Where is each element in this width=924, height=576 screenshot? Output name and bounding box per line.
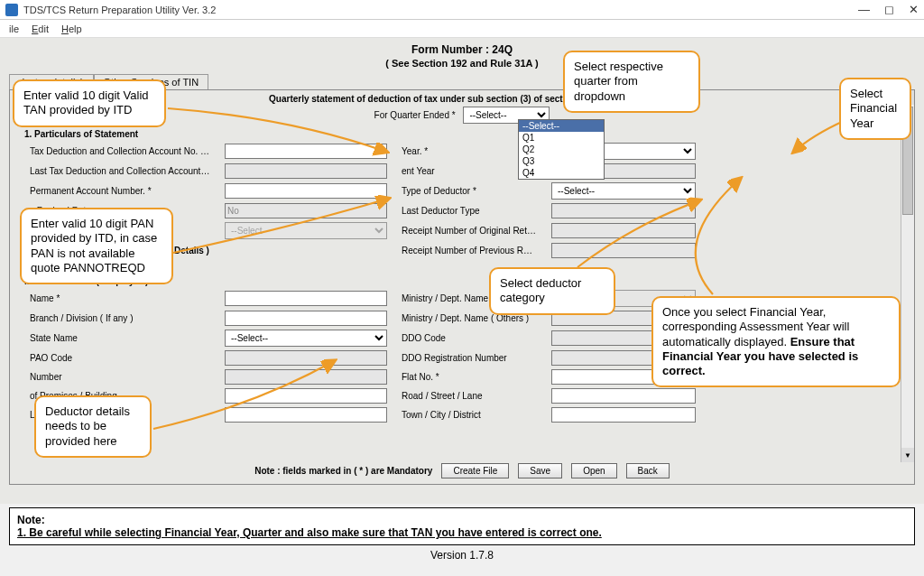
quarter-option-select[interactable]: --Select-- xyxy=(519,120,604,132)
premises-input[interactable] xyxy=(225,388,387,404)
pan-input[interactable] xyxy=(225,183,387,199)
callout-deductor-details: Deductor details needs to be provided he… xyxy=(34,395,152,458)
back-button[interactable]: Back xyxy=(626,463,670,478)
revised-return-input xyxy=(225,203,387,218)
footer-note-box: Note: 1. Be careful while selecting Fina… xyxy=(9,507,915,545)
tan-input[interactable] xyxy=(225,144,387,159)
last-tan-input xyxy=(225,163,387,179)
form-section-heading: ( See Section 192 and Rule 31A ) xyxy=(9,58,915,69)
quarter-dropdown-open[interactable]: --Select-- Q1 Q2 Q3 Q4 xyxy=(518,119,605,180)
maximize-icon[interactable]: ◻ xyxy=(884,3,894,16)
section-1-title: 1. Particulars of Statement xyxy=(24,129,909,139)
menu-file[interactable]: ile xyxy=(9,23,19,34)
town-label: Town / City / District xyxy=(402,410,537,420)
version-label: Version 1.7.8 xyxy=(0,549,924,562)
footer-note-label: Note: xyxy=(17,514,907,526)
ministry-others-label: Ministry / Dept. Name ( Others ) xyxy=(402,313,537,323)
quarter-label: For Quarter Ended * xyxy=(374,110,456,120)
menu-help[interactable]: Help xyxy=(61,23,82,34)
last-deductor-type-label: Last Deductor Type xyxy=(402,206,537,216)
receipt-original-input xyxy=(551,223,696,238)
open-button[interactable]: Open xyxy=(571,463,616,478)
financial-year-label: Year. * xyxy=(402,146,537,156)
number-input xyxy=(225,369,387,385)
callout-tan: Enter valid 10 digit Valid TAN provided … xyxy=(13,79,166,127)
quarter-option-q1[interactable]: Q1 xyxy=(519,132,604,144)
create-file-button[interactable]: Create File xyxy=(441,463,509,478)
window-title: TDS/TCS Return Preparation Utility Ver. … xyxy=(23,5,216,15)
type-deductor-label: Type of Deductor * xyxy=(402,186,537,196)
menubar: ile Edit Help xyxy=(0,20,924,38)
ddo-code-label: DDO Code xyxy=(402,333,537,343)
form-number-heading: Form Number : 24Q xyxy=(9,43,915,56)
last-tan-label: Last Tax Deduction and Collection Accoun… xyxy=(30,166,210,176)
last-deductor-type-input xyxy=(551,203,696,218)
callout-quarter: Select respective quarter from dropdown xyxy=(563,51,700,113)
receipt-previous-label: Receipt Number of Previous Return xyxy=(402,246,537,255)
close-icon[interactable]: ✕ xyxy=(909,3,919,16)
state-label: State Name xyxy=(30,333,210,343)
quarter-option-q4[interactable]: Q4 xyxy=(519,167,604,179)
callout-deductor-category: Select deductor category xyxy=(489,267,615,315)
callout-assessment-year: Once you select Financial Year, correspo… xyxy=(651,296,901,387)
road-label: Road / Street / Lane xyxy=(402,391,537,401)
receipt-previous-input xyxy=(551,243,696,258)
number-label: Number xyxy=(30,372,210,382)
type-deductor-select[interactable]: --Select-- xyxy=(551,182,696,200)
callout-pan: Enter valid 10 digit PAN provided by ITD… xyxy=(20,208,173,284)
tan-label: Tax Deduction and Collection Account No.… xyxy=(30,146,210,156)
quarter-option-q2[interactable]: Q2 xyxy=(519,144,604,155)
pao-code-input xyxy=(225,350,387,366)
deductor-name-label: Name * xyxy=(30,293,210,303)
hidden-select-1: --Select-- xyxy=(225,222,387,239)
window-titlebar: TDS/TCS Return Preparation Utility Ver. … xyxy=(0,0,924,20)
footer-note-text: 1. Be careful while selecting Financial … xyxy=(17,526,907,539)
assessment-year-label: ent Year xyxy=(402,166,537,176)
ddo-reg-label: DDO Registration Number xyxy=(402,353,537,363)
branch-input[interactable] xyxy=(225,311,387,326)
app-logo-icon xyxy=(5,4,18,16)
scroll-down-icon[interactable]: ▼ xyxy=(901,448,914,462)
mandatory-note: Note : fields marked in ( * ) are Mandat… xyxy=(254,466,432,476)
location-input[interactable] xyxy=(225,407,387,423)
town-input[interactable] xyxy=(551,407,696,423)
save-button[interactable]: Save xyxy=(518,463,562,478)
menu-edit[interactable]: Edit xyxy=(32,23,49,34)
quarter-option-q3[interactable]: Q3 xyxy=(519,155,604,167)
state-select[interactable]: --Select-- xyxy=(225,330,387,347)
receipt-original-label: Receipt Number of Original Return xyxy=(402,226,537,236)
deductor-name-input[interactable] xyxy=(225,291,387,306)
callout-financial-year: Select Financial Year xyxy=(839,78,911,140)
branch-label: Branch / Division ( If any ) xyxy=(30,313,210,323)
pao-code-label: PAO Code xyxy=(30,353,210,363)
vertical-scrollbar[interactable]: ▲ ▼ xyxy=(901,90,914,462)
pan-label: Permanent Account Number. * xyxy=(30,186,210,196)
road-input[interactable] xyxy=(551,388,696,404)
flat-no-label: Flat No. * xyxy=(402,372,537,382)
minimize-icon[interactable]: — xyxy=(858,3,870,16)
